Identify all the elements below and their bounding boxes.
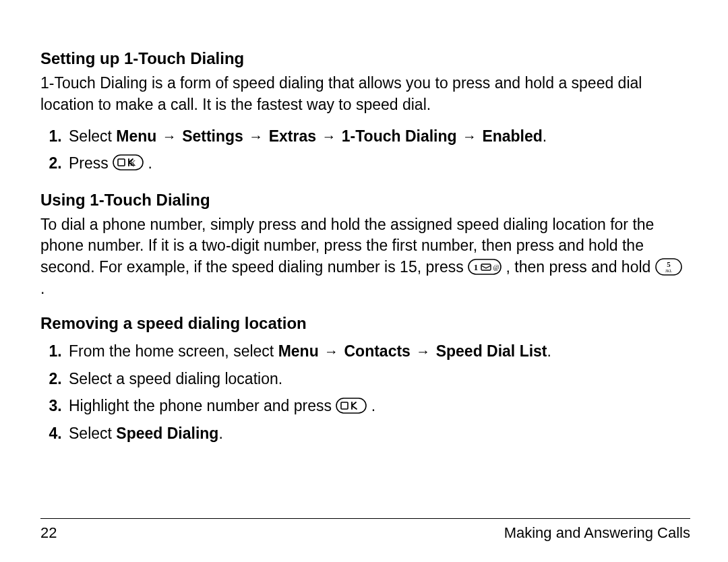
section-setting-up: Setting up 1-Touch Dialing 1-Touch Diali… bbox=[40, 49, 690, 177]
manual-page: Setting up 1-Touch Dialing 1-Touch Diali… bbox=[0, 0, 728, 562]
ok-key-icon: K bbox=[113, 154, 144, 170]
arrow-icon: → bbox=[323, 339, 340, 364]
arrow-icon: → bbox=[461, 125, 478, 149]
arrow-icon: → bbox=[415, 339, 431, 364]
ok-key-icon bbox=[336, 398, 367, 414]
step-text: Highlight the phone number and press bbox=[69, 397, 336, 414]
step-1-2: Press K . bbox=[66, 150, 690, 177]
arrow-icon: → bbox=[320, 125, 337, 149]
step-1-1: Select Menu → Settings → Extras → 1-Touc… bbox=[66, 123, 690, 150]
step-text: Press bbox=[69, 154, 113, 172]
body-text: , then press and hold bbox=[506, 258, 655, 276]
step-text: Select bbox=[69, 127, 116, 145]
svg-text:@: @ bbox=[493, 263, 499, 271]
steps-setting-up: Select Menu → Settings → Extras → 1-Touc… bbox=[40, 123, 690, 176]
key-5-icon: 5 JKL bbox=[655, 258, 682, 276]
menu-path-item: Menu bbox=[116, 127, 156, 145]
step-text: . bbox=[148, 154, 152, 172]
arrow-icon: → bbox=[247, 125, 264, 149]
arrow-icon: → bbox=[161, 125, 178, 149]
chapter-title: Making and Answering Calls bbox=[504, 524, 690, 542]
menu-path-item: Speed Dial List bbox=[436, 342, 547, 360]
heading-using: Using 1-Touch Dialing bbox=[40, 190, 690, 210]
menu-path-item: Settings bbox=[182, 127, 243, 145]
menu-path-item: Enabled bbox=[482, 127, 542, 145]
svg-text:1: 1 bbox=[474, 262, 479, 272]
menu-path-item: Speed Dialing bbox=[116, 425, 218, 442]
page-footer: 22 Making and Answering Calls bbox=[40, 518, 690, 542]
step-3-4: Select Speed Dialing. bbox=[66, 420, 690, 447]
steps-removing: From the home screen, select Menu → Cont… bbox=[40, 338, 690, 448]
step-text: . bbox=[371, 397, 375, 414]
step-text: . bbox=[218, 425, 222, 442]
menu-path-item: Menu bbox=[278, 342, 319, 360]
step-3-1: From the home screen, select Menu → Cont… bbox=[66, 338, 690, 365]
step-text: . bbox=[547, 342, 551, 360]
menu-path-item: Extras bbox=[269, 127, 316, 145]
heading-removing: Removing a speed dialing location bbox=[40, 313, 690, 334]
svg-text:5: 5 bbox=[667, 260, 671, 268]
section-removing: Removing a speed dialing location From t… bbox=[40, 313, 690, 448]
body-using: To dial a phone number, simply press and… bbox=[40, 214, 690, 300]
step-text: From the home screen, select bbox=[69, 342, 278, 360]
step-3-2: Select a speed dialing location. bbox=[66, 365, 690, 393]
step-3-3: Highlight the phone number and press . bbox=[66, 392, 690, 420]
heading-setting-up: Setting up 1-Touch Dialing bbox=[40, 49, 690, 69]
body-setting-up: 1-Touch Dialing is a form of speed diali… bbox=[40, 73, 690, 115]
step-text: . bbox=[543, 127, 547, 145]
body-text: . bbox=[40, 280, 44, 297]
page-number: 22 bbox=[40, 524, 57, 542]
step-text: Select bbox=[69, 425, 116, 442]
svg-text:K: K bbox=[130, 158, 136, 168]
key-1-icon: 1 @ bbox=[468, 259, 502, 275]
svg-text:JKL: JKL bbox=[665, 269, 673, 273]
menu-path-item: Contacts bbox=[344, 342, 410, 360]
menu-path-item: 1-Touch Dialing bbox=[342, 127, 457, 145]
step-text: Select a speed dialing location. bbox=[69, 370, 282, 387]
section-using: Using 1-Touch Dialing To dial a phone nu… bbox=[40, 190, 690, 300]
